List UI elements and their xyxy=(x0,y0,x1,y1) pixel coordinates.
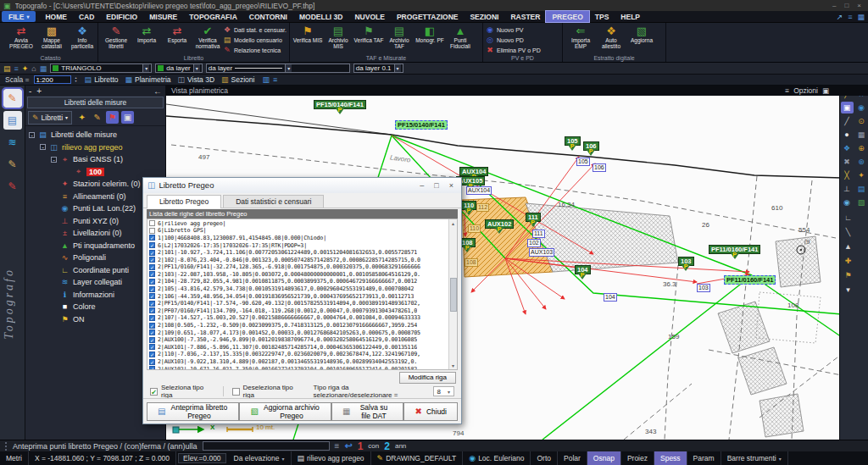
ribbon-button[interactable]: ⚑Verifica MIS xyxy=(292,24,323,43)
ribbon-button[interactable]: ✎Gestione libretti xyxy=(101,24,131,49)
row-checkbox[interactable] xyxy=(149,366,155,370)
ribbon-button[interactable]: ▤Archivio TAF xyxy=(384,24,415,49)
ribbon-button[interactable]: ✔Verifica normativa xyxy=(192,24,223,49)
layer-tool-icon[interactable]: ▦ xyxy=(40,64,47,73)
survey-point-flag[interactable]: 103 P xyxy=(678,257,694,275)
ribbon-button[interactable]: ⇄Importa xyxy=(131,24,162,43)
menu-item[interactable]: MISURE xyxy=(143,11,183,22)
statusbar-item[interactable]: Osnap xyxy=(587,451,621,465)
selected-point-label[interactable]: PF15/0140/F141 xyxy=(395,120,448,130)
pregeo-row[interactable]: 2|PF07/0160/F141|134.709,-164.018,-119.2… xyxy=(147,307,448,315)
pregeo-row[interactable]: 2|105|-43.816,42.579,34.738|0.0010531914… xyxy=(147,285,448,293)
row-checkbox[interactable] xyxy=(149,250,155,256)
menu-item[interactable]: HELP xyxy=(615,11,646,22)
tree-expand-toggle[interactable] xyxy=(51,230,57,236)
pregeo-row-list[interactable]: ▴ ▾ 6|rilievo agg pregeo| 6|Libretto GPS… xyxy=(147,219,458,369)
panel-mode-icon[interactable]: ≋ xyxy=(3,133,22,152)
statusbar-item[interactable]: Param xyxy=(687,451,721,465)
row-checkbox[interactable] xyxy=(149,279,155,285)
point-id-box[interactable]: 105 xyxy=(576,158,590,166)
dialog-close-button[interactable]: × xyxy=(449,181,453,190)
tree-expand-toggle[interactable] xyxy=(51,304,57,310)
row-checkbox[interactable] xyxy=(149,242,155,248)
ribbon-button[interactable]: ▩Mappe catastali xyxy=(36,24,67,49)
panel-mode-icon[interactable]: ✎ xyxy=(3,177,22,196)
maximize-view-icon[interactable]: ▣ xyxy=(822,86,829,95)
panel-tool-icon[interactable]: ⚑ xyxy=(106,111,119,124)
menu-item[interactable]: TOPOGRAFIA xyxy=(183,11,243,22)
menu-item[interactable]: TPS xyxy=(589,11,615,22)
tree-expand-toggle[interactable] xyxy=(64,169,70,174)
ribbon-button[interactable]: ❖Info particella xyxy=(67,24,97,49)
map-tool-icon[interactable]: ▲ xyxy=(842,241,854,252)
command-history-icon[interactable]: ≡ xyxy=(335,441,340,451)
undo-icon[interactable]: ↩ xyxy=(344,440,352,451)
statusbar-item[interactable]: ▤ rilievo agg pregeo xyxy=(292,451,371,465)
point-id-box[interactable]: 103 xyxy=(697,284,710,292)
titlebar[interactable]: ▣ Topografo - [C:\Users\UTENTE\Desktop\r… xyxy=(0,0,868,11)
row-checkbox[interactable] xyxy=(149,235,155,241)
menu-item[interactable]: EDIFICIO xyxy=(100,11,143,22)
collapse-button[interactable]: - xyxy=(29,86,31,96)
ribbon-button[interactable]: ⇄Esporta xyxy=(162,24,192,43)
layer-select[interactable]: TRIANGOLO ▾ xyxy=(50,64,152,73)
cancel-number[interactable]: 2 xyxy=(384,440,390,452)
close-button[interactable]: × xyxy=(857,2,861,9)
chevron-down-icon[interactable]: ▾ xyxy=(193,64,200,72)
scrollbar-thumb[interactable] xyxy=(450,278,457,312)
map-tool-icon[interactable]: ✖ xyxy=(841,156,854,168)
pregeo-row[interactable]: 6|L2|17032026-17:35|17032026-17:35|RTK|P… xyxy=(147,241,448,249)
command-input[interactable] xyxy=(203,441,330,451)
pregeo-row[interactable]: 2|110|-7.036,-2.137,15.335|0.0032229747,… xyxy=(147,351,448,358)
panel-mode-icon[interactable]: ✎ xyxy=(3,155,22,174)
row-checkbox[interactable] xyxy=(149,286,155,292)
dialog-action-button[interactable]: ✖ Chiudi xyxy=(403,402,458,421)
scroll-up-icon[interactable]: ▴ xyxy=(452,220,454,226)
tree-expand-toggle[interactable] xyxy=(51,193,57,199)
map-tool-icon[interactable]: ⊥ xyxy=(841,183,854,195)
menu-item[interactable]: CAD xyxy=(73,11,100,22)
layer-tool-icon[interactable]: ✦ xyxy=(22,64,29,73)
dialog-action-button[interactable]: ▤ Anteprima libretto Pregeo xyxy=(147,402,239,421)
tree-expand-toggle[interactable] xyxy=(51,242,57,248)
row-checkbox[interactable] xyxy=(149,307,155,313)
statusbar-item[interactable]: Metri xyxy=(0,451,29,465)
tree-expand-toggle[interactable]: - xyxy=(29,132,35,138)
tree-expand-toggle[interactable] xyxy=(51,218,57,224)
layer-tool-icon[interactable]: ≡ xyxy=(14,64,19,73)
view-toggle-icon[interactable]: ≡ xyxy=(273,75,277,84)
view-mode-button[interactable]: ▦Planimetria xyxy=(121,75,174,84)
layer-tool-icon[interactable]: ▤ xyxy=(3,64,11,73)
menubar-tool-icon[interactable]: ↗ xyxy=(837,13,843,21)
point-id-tag[interactable]: 108 xyxy=(465,258,478,267)
row-checkbox[interactable] xyxy=(149,344,155,350)
point-id-box[interactable]: AUX103 xyxy=(529,248,554,257)
menubar-tool-icon[interactable]: ▦ xyxy=(857,13,865,21)
confirm-number[interactable]: 1 xyxy=(358,440,364,452)
tree-item[interactable]: - ⌖ Basi GNSS (1) xyxy=(25,153,165,166)
map-tool-icon[interactable]: ❖ xyxy=(841,142,854,154)
libretti-button[interactable]: ✎ Libretti ▾ xyxy=(28,111,72,125)
expand-button[interactable]: + xyxy=(36,86,42,96)
map-tool-icon[interactable]: ◉ xyxy=(855,102,868,113)
map-tool-icon[interactable]: ∟ xyxy=(842,212,854,224)
pregeo-row[interactable]: 2|PF11/0160/F141|-32.274,128.365,-6.918|… xyxy=(147,263,448,271)
point-id-box[interactable]: AUX104 xyxy=(466,186,492,195)
statusbar-item[interactable]: X = -14881.060 ; Y = 7098.107 ; Z = 0.00… xyxy=(29,451,176,465)
tree-expand-toggle[interactable] xyxy=(51,267,57,273)
pregeo-row[interactable]: 2|107|-14.527,-15.003,20.527|0.002158866… xyxy=(147,314,448,322)
tree-item[interactable]: - ▤ Libretti delle misure xyxy=(25,129,165,141)
pregeo-row[interactable]: 6|Libretto GPS| xyxy=(147,227,448,235)
lineweight-select[interactable]: da layer 0.1 ▾ xyxy=(353,64,403,73)
modifica-riga-button[interactable]: Modifica riga xyxy=(399,372,456,384)
ribbon-button[interactable]: ❖Auto allestito xyxy=(596,24,626,49)
tree-expand-toggle[interactable]: - xyxy=(51,157,57,163)
view-mode-button[interactable]: ▤Libretto xyxy=(81,75,122,84)
map-tool-icon[interactable]: ▦ xyxy=(855,129,868,141)
map-tool-icon[interactable]: ⊕ xyxy=(855,142,868,154)
survey-point-flag[interactable]: 104 P xyxy=(575,265,591,284)
options-button[interactable]: Opzioni xyxy=(793,86,818,95)
menubar-tool-icon[interactable]: ≡ xyxy=(848,13,852,21)
survey-point-flag[interactable]: PF15/0140/F141 P xyxy=(314,100,366,119)
ribbon-button[interactable]: ▤Archivio MIS xyxy=(323,24,353,49)
